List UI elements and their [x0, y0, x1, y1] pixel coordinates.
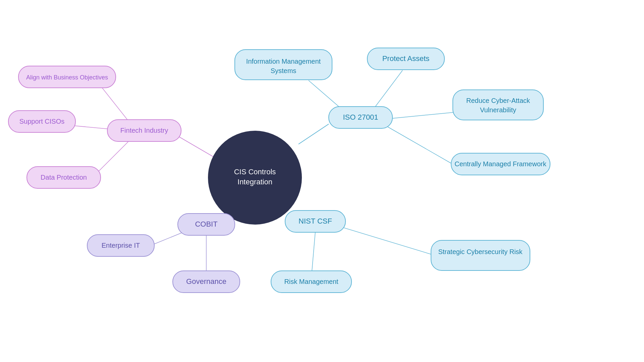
- center-label: CIS Controls: [234, 168, 276, 176]
- reduce-label: Reduce Cyber-Attack: [466, 97, 530, 104]
- svg-line-14: [339, 226, 433, 255]
- reduce-node: [453, 90, 543, 120]
- svg-line-0: [174, 134, 215, 158]
- iso-label: ISO 27001: [343, 113, 378, 121]
- svg-line-6: [94, 139, 131, 176]
- svg-line-1: [299, 124, 329, 144]
- svg-line-8: [372, 70, 402, 111]
- svg-line-10: [386, 126, 453, 164]
- support-label: Support CISOs: [19, 118, 65, 125]
- align-label: Align with Business Objectives: [26, 74, 108, 81]
- governance-label: Governance: [186, 277, 226, 286]
- cobit-label: COBIT: [195, 220, 217, 228]
- strategicrisk-node: [431, 240, 530, 270]
- fintech-label: Fintech Industry: [120, 127, 168, 134]
- entit-label: Enterprise IT: [102, 242, 140, 249]
- centrally-label: Centrally Managed Framework: [454, 160, 546, 168]
- svg-line-9: [386, 112, 454, 119]
- protect-label: Protect Assets: [382, 54, 430, 63]
- reduce-label2: Vulnerability: [480, 106, 516, 114]
- strategicrisk-label: Strategic Cybersecurity Risk: [438, 248, 523, 255]
- svg-line-4: [99, 84, 131, 124]
- center-label-2: Integration: [237, 178, 272, 186]
- mind-map-svg: CIS Controls Integration Fintech Industr…: [0, 0, 644, 362]
- svg-line-13: [312, 232, 315, 271]
- infomgmt-label2: Systems: [271, 67, 297, 74]
- infomgmt-label: Information Management: [246, 58, 321, 65]
- dataprotect-label: Data Protection: [41, 174, 87, 181]
- riskmgmt-label: Risk Management: [284, 278, 338, 285]
- nistcsf-label: NIST CSF: [299, 217, 332, 225]
